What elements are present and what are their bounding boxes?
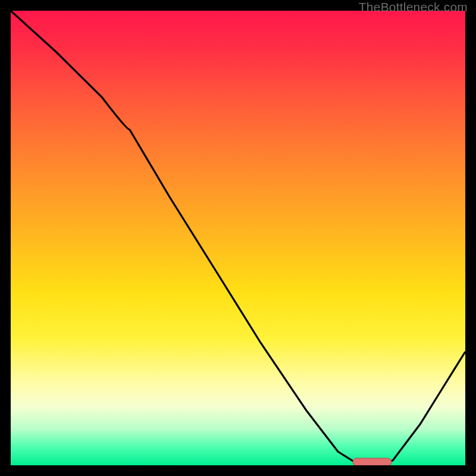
bottleneck-curve: [11, 11, 465, 463]
curve-layer: [11, 11, 465, 465]
chart-frame: TheBottleneck.com: [0, 0, 476, 476]
watermark-text: TheBottleneck.com: [359, 0, 468, 14]
optimal-range-marker: [353, 458, 392, 465]
plot-area: [11, 11, 465, 465]
